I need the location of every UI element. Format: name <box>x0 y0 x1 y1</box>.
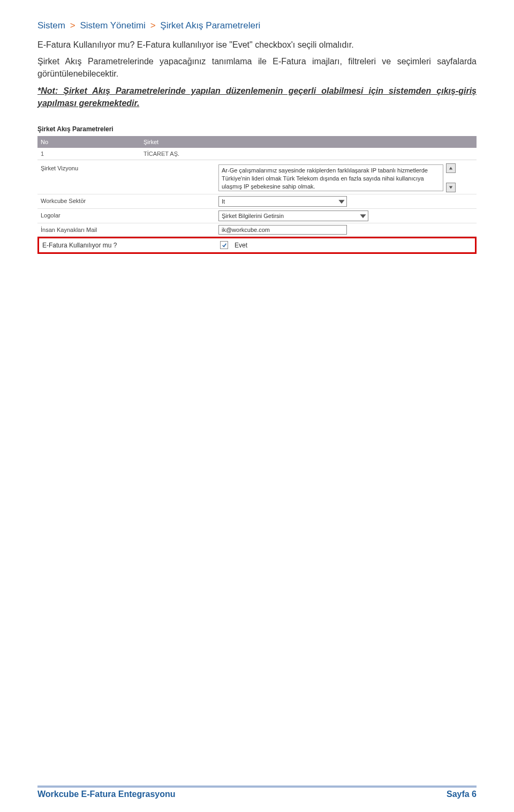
select-logos[interactable]: Şirket Bilgilerini Getirsin <box>218 210 368 221</box>
cell-no: 1 <box>37 151 140 157</box>
form-row-hrmail: İnsan Kaynakları Mail <box>37 223 477 237</box>
scroll-down-icon[interactable] <box>446 183 456 192</box>
form-row-vision: Şirket Vizyonu <box>37 162 477 194</box>
chevron-down-icon <box>359 212 367 220</box>
label-vision: Şirket Vizyonu <box>37 163 218 171</box>
table-row[interactable]: 1 TİCARET AŞ. <box>37 148 477 160</box>
cell-sirket: TİCARET AŞ. <box>140 151 477 157</box>
paragraph-1: E-Fatura Kullanılıyor mu? E-Fatura kulla… <box>37 39 477 51</box>
label-efatura: E-Fatura Kullanılıyor mu ? <box>39 242 220 249</box>
page-footer: Workcube E-Fatura Entegrasyonu Sayfa 6 <box>37 786 477 799</box>
breadcrumb-separator: > <box>70 20 75 31</box>
column-header-no: No <box>37 139 140 145</box>
label-sector: Workcube Sektör <box>37 196 218 204</box>
table-header: No Şirket <box>37 136 477 148</box>
form-row-efatura-highlight: E-Fatura Kullanılıyor mu ? Evet <box>37 237 477 254</box>
select-logos-value: Şirket Bilgilerini Getirsin <box>222 213 284 219</box>
chevron-down-icon <box>338 198 345 205</box>
scroll-up-icon[interactable] <box>446 163 456 173</box>
select-sector[interactable]: It <box>218 196 347 207</box>
breadcrumb-seg-3: Şirket Akış Parametreleri <box>160 20 260 31</box>
breadcrumb-seg-1: Sistem <box>37 20 65 31</box>
label-hrmail: İnsan Kaynakları Mail <box>37 225 218 233</box>
note-paragraph: *Not: Şirket Akış Parametrelerinde yapıl… <box>37 85 477 109</box>
footer-title: Workcube E-Fatura Entegrasyonu <box>37 790 176 799</box>
select-sector-value: It <box>222 198 225 205</box>
breadcrumb-separator: > <box>150 20 156 31</box>
textarea-scrollbar[interactable] <box>446 163 456 192</box>
footer-page-number: Sayfa 6 <box>447 790 477 799</box>
panel-title: Şirket Akış Parametreleri <box>37 125 477 133</box>
footer-divider <box>37 786 477 787</box>
paragraph-2: Şirket Akış Parametrelerinde yapacağınız… <box>37 55 477 80</box>
form-row-sector: Workcube Sektör It <box>37 194 477 209</box>
checkbox-efatura[interactable] <box>220 241 228 249</box>
breadcrumb: Sistem > Sistem Yönetimi > Şirket Akış P… <box>37 20 477 31</box>
label-logos: Logolar <box>37 210 218 219</box>
screenshot-panel: Şirket Akış Parametreleri No Şirket 1 Tİ… <box>37 125 477 254</box>
check-icon <box>222 243 227 248</box>
checkbox-efatura-label: Evet <box>235 242 247 249</box>
input-hrmail[interactable] <box>218 225 347 235</box>
breadcrumb-seg-2: Sistem Yönetimi <box>80 20 146 31</box>
column-header-sirket: Şirket <box>140 139 477 145</box>
textarea-vision[interactable] <box>218 164 443 191</box>
form-row-logos: Logolar Şirket Bilgilerini Getirsin <box>37 209 477 223</box>
